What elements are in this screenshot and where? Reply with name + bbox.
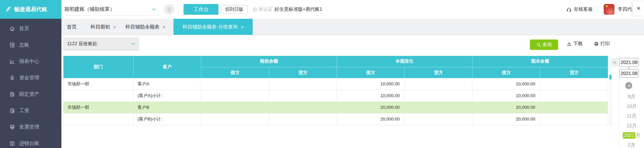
close-tab-icon[interactable]: × [162,24,165,30]
sidebar-item-label: 工资 [19,107,29,114]
amount-cell [540,78,608,90]
amount-cell [405,78,473,90]
double-chevron-up-icon: » [626,84,631,87]
column-group-header: 期末余额 [473,56,608,67]
amount-cell: 10,000.00 [337,90,405,101]
sidebar-item-invoice[interactable]: 发票管理 [0,119,61,135]
month-label: 10月 [627,103,637,109]
close-all-tabs-button[interactable]: × [633,1,644,15]
close-tab-icon[interactable]: × [241,24,244,30]
sidebar-item-label: 总账 [19,42,29,48]
headset-icon [566,7,572,12]
tab-subject-aux-balance[interactable]: 科目辅助余额表× [126,19,165,35]
amount-cell [201,90,269,101]
tab-label: 科目辅助余额表-分组查询 [183,24,238,30]
amount-cell: 20,000.00 [473,113,540,125]
chevron-down-icon [131,41,136,46]
sidebar-item-label: 进销台账 [19,140,39,147]
query-button[interactable]: 查询 [530,40,558,50]
month-item[interactable]: 2021月 [619,131,644,140]
sub-column-header: 借方 [473,67,540,78]
chart-icon [9,58,15,65]
sidebar-item-label: 发票管理 [19,124,39,130]
payroll-icon [9,107,15,114]
notebook-icon[interactable] [164,4,175,15]
column-header: 客户 [134,56,201,78]
account-set-select[interactable]: 期初建账（辅助核算） [64,3,159,16]
month-label: 2月 [628,142,635,148]
subject-select[interactable]: 1122 应收账款 [63,38,139,50]
workbench-button[interactable]: 工作台 [184,4,218,15]
year-badge: 2021 [623,132,635,139]
app-title: 畅捷通易代账 [14,6,47,13]
table-row[interactable]: (客户A)小计:10,000.0010,000.00 [63,90,608,101]
sub-column-header: 贷方 [405,67,473,78]
user-avatar[interactable] [604,4,614,15]
text-cell: (客户B)小计: [134,113,201,125]
month-item[interactable]: 11月 [619,111,644,121]
online-support-label: 在线客服 [574,6,593,12]
print-button[interactable]: 打印 [594,41,610,47]
divider [629,67,629,69]
sidebar-item-report-center[interactable]: 报表中心 [0,53,61,70]
username[interactable]: 李四代 [618,6,632,12]
amount-cell: 20,000.00 [337,113,405,125]
month-item[interactable]: 2月 [619,140,644,148]
month-item[interactable]: 12月 [619,121,644,131]
close-tab-icon[interactable]: × [113,24,116,30]
tab-subject-aux-balance-group[interactable]: 科目辅助余额表-分组查询× [174,19,253,35]
period-to-input[interactable]: 2021.08 [619,69,639,78]
month-item[interactable]: 10月 [619,101,644,111]
amount-cell [540,90,608,101]
text-cell: 市场部一部 [63,101,134,113]
text-cell: (客户A)小计: [134,90,201,101]
table-scrollbar[interactable] [609,56,611,126]
tab-label: 科目辅助余额表 [126,24,160,30]
amount-cell [540,113,608,125]
text-cell: 市场部一部 [63,78,134,90]
amount-cell [269,90,337,101]
download-button[interactable]: 下载 [566,41,583,47]
column-group-header: 本期发生 [337,56,473,67]
query-button-label: 查询 [542,42,552,48]
ledger-icon [9,42,15,48]
scrollbar-thumb[interactable] [609,75,611,80]
sub-column-header: 贷方 [269,67,337,78]
table-row[interactable]: 市场部一部客户A10,000.0010,000.00 [63,78,608,90]
cert-status[interactable]: 未认证 [252,6,273,12]
tab-strip: 首页科目期初×科目辅助余额表×科目辅助余额表-分组查询× [61,19,644,35]
online-support-link[interactable]: 在线客服 [566,6,593,12]
text-cell: 客户B [134,101,201,113]
sidebar-item-general-ledger[interactable]: 总账 [0,37,61,53]
amount-cell [201,101,269,113]
search-icon [536,42,541,47]
amount-cell: 10,000.00 [337,78,405,90]
sub-column-header: 借方 [337,67,405,78]
download-button-label: 下载 [573,41,583,47]
sidebar-item-funds[interactable]: 资金管理 [0,70,61,86]
table-row[interactable]: (客户B)小计:20,000.0020,000.00 [63,113,608,125]
amount-cell: 20,000.00 [337,101,405,113]
period-from-input[interactable]: 2021.08 [619,58,639,67]
sidebar-item-home[interactable]: 首页 [0,20,61,37]
scroll-months-up-button[interactable]: » [625,82,632,89]
close-icon: × [637,5,640,12]
print-button-label: 打印 [600,41,610,47]
printer-icon [594,41,599,47]
sidebar-item-payroll[interactable]: 工资 [0,102,61,119]
account-set-label: 期初建账（辅助核算） [64,6,115,12]
tab-home[interactable]: 首页 [67,19,77,35]
amount-cell [405,90,473,101]
table-row[interactable]: 市场部一部客户B20,000.0020,000.00 [63,101,608,113]
balance-table: 部门客户期初余额本期发生期末余额借方贷方借方贷方借方贷方市场部一部客户A10,0… [63,56,608,125]
sub-column-header: 借方 [201,67,269,78]
switch-old-version-button[interactable]: 切到日版 [221,5,248,14]
collapse-period-panel-button[interactable]: » [611,58,618,67]
sidebar-item-purchase-sales[interactable]: 进销台账 [0,135,61,148]
download-icon [566,41,572,47]
amount-cell [269,78,337,90]
sidebar-item-fixed-assets[interactable]: 固定资产 [0,86,61,102]
tab-subject-initial[interactable]: 科目期初× [91,19,116,35]
chevron-down-icon [151,7,157,12]
month-item[interactable]: 9月 [619,92,644,101]
